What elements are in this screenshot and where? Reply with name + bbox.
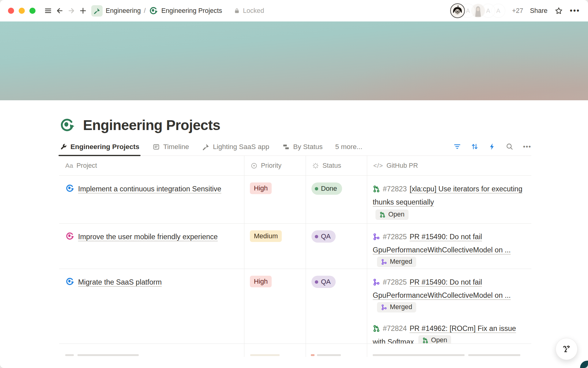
tab-label: Lighting SaaS app (213, 143, 269, 151)
tab-label: By Status (293, 143, 322, 151)
table-header-row: Aa Project Priority Status (59, 156, 531, 176)
status-pill[interactable]: Done (311, 182, 342, 195)
page-title[interactable]: Engineering Projects (83, 117, 220, 133)
status-dot (315, 187, 318, 190)
table-row: Improve the user mobile friendly experie… (59, 224, 531, 269)
priority-tag[interactable]: High (250, 276, 272, 287)
priority-cell[interactable]: High (244, 176, 306, 223)
timeline-icon (153, 143, 160, 151)
breadcrumb-root[interactable]: Engineering (106, 7, 141, 15)
automation-button[interactable] (488, 143, 496, 151)
new-page-button[interactable] (77, 5, 89, 17)
page-content: Engineering Projects Engineering Project… (0, 117, 588, 357)
hamburger-icon (44, 7, 52, 15)
tab-by-status[interactable]: By Status (282, 143, 323, 155)
status-pill[interactable]: QA (311, 230, 336, 243)
project-cell[interactable]: Implement a continuous integration Sensi… (59, 176, 244, 223)
git-merge-icon (373, 233, 380, 240)
topbar-right: A A A +27 Share (450, 3, 580, 18)
project-title-link[interactable]: Improve the user mobile friendly experie… (78, 233, 218, 241)
github-pr-cell[interactable]: #72825PR #15490: Do not fail GpuPerforma… (367, 269, 531, 343)
status-label: QA (321, 232, 331, 240)
ellipsis-icon: ••• (570, 7, 580, 15)
status-cell[interactable]: QA (306, 269, 367, 343)
page-icon[interactable] (59, 117, 75, 133)
pr-mention[interactable]: #72824PR #14962: [ROCm] Fix an issue wit… (373, 322, 529, 343)
sidebar-menu-button[interactable] (42, 5, 54, 17)
project-title-link[interactable]: Implement a continuous integration Sensi… (78, 185, 221, 193)
filter-button[interactable] (453, 143, 461, 151)
status-cell[interactable]: QA (306, 224, 367, 269)
pr-state-badge: Merged (377, 257, 416, 267)
status-cell[interactable]: Done (306, 176, 367, 223)
zoom-window-button[interactable] (29, 8, 36, 14)
arrow-left-icon (56, 7, 64, 15)
locked-toggle[interactable]: Locked (234, 7, 264, 15)
column-header-github-pr[interactable]: </> GitHub PR (367, 156, 531, 175)
collaborator-avatars[interactable]: A A A (450, 3, 505, 18)
notion-ai-face-icon (561, 343, 572, 355)
status-dot (315, 235, 318, 238)
column-header-status[interactable]: Status (306, 156, 367, 175)
back-button[interactable] (54, 5, 66, 17)
pr-state-label: Merged (390, 304, 412, 311)
github-pr-cell[interactable]: #72825PR #15490: Do not fail GpuPerforma… (367, 224, 531, 269)
avatar-illustrated[interactable] (450, 3, 465, 18)
avatar-overflow-count[interactable]: +27 (512, 7, 523, 15)
status-pill[interactable]: QA (311, 276, 336, 288)
github-pr-cell (367, 344, 531, 357)
git-pull-request-icon (379, 212, 386, 218)
search-button[interactable] (506, 143, 514, 151)
status-cell (306, 344, 367, 357)
pr-mention[interactable]: #72823[xla:cpu] Use iterators for execut… (373, 182, 529, 223)
wrench-icon (60, 143, 67, 151)
project-cell[interactable]: Migrate the SaaS platform (59, 269, 244, 343)
pr-state-badge: Merged (377, 302, 416, 312)
filter-icon (453, 143, 461, 151)
column-label: GitHub PR (386, 162, 418, 170)
sort-button[interactable] (471, 143, 479, 151)
cover-image (0, 21, 588, 100)
column-label: Priority (261, 162, 281, 170)
project-cell[interactable]: Improve the user mobile friendly experie… (59, 224, 244, 269)
column-header-priority[interactable]: Priority (244, 156, 306, 175)
select-icon (251, 162, 258, 169)
view-options-button[interactable]: ••• (523, 143, 531, 150)
pr-number: #72825 (383, 278, 407, 286)
clipped-content (250, 354, 280, 356)
tab-engineering-projects[interactable]: Engineering Projects (59, 143, 140, 155)
pr-mention[interactable]: #72825PR #15490: Do not fail GpuPerforma… (373, 230, 529, 269)
breadcrumb-root-chip[interactable] (91, 5, 103, 17)
tab-timeline[interactable]: Timeline (152, 143, 190, 155)
minimize-window-button[interactable] (19, 8, 25, 14)
priority-cell[interactable]: Medium (244, 224, 306, 269)
table-row-clipped (59, 344, 531, 357)
pr-number: #72825 (383, 233, 407, 241)
forward-button[interactable] (66, 5, 77, 17)
github-pr-cell[interactable]: #72823[xla:cpu] Use iterators for execut… (367, 176, 531, 223)
share-button[interactable]: Share (530, 7, 547, 15)
avatar-letter-label: A (466, 7, 470, 14)
priority-tag[interactable]: Medium (250, 230, 282, 242)
git-pull-request-icon (422, 337, 428, 343)
table-row: Implement a continuous integration Sensi… (59, 176, 531, 224)
more-options-button[interactable]: ••• (570, 7, 580, 15)
clipped-content (373, 354, 465, 356)
git-merge-icon (373, 278, 380, 286)
more-views-button[interactable]: 5 more... (335, 143, 362, 155)
hammer-icon (93, 7, 100, 14)
column-header-project[interactable]: Aa Project (59, 156, 244, 175)
pr-state-label: Open (431, 337, 447, 343)
column-label: Status (322, 162, 341, 170)
breadcrumb-current[interactable]: Engineering Projects (161, 7, 222, 15)
favorite-button[interactable] (554, 6, 563, 15)
tab-lighting-saas-app[interactable]: Lighting SaaS app (202, 143, 270, 155)
pr-mention[interactable]: #72825PR #15490: Do not fail GpuPerforma… (373, 276, 529, 316)
priority-tag[interactable]: High (250, 182, 272, 194)
notion-window: Engineering / Engineering Projects Locke… (0, 0, 588, 368)
notion-ai-button[interactable] (556, 338, 578, 360)
tab-label: Engineering Projects (70, 143, 139, 151)
close-window-button[interactable] (8, 8, 14, 14)
project-title-link[interactable]: Migrate the SaaS platform (78, 278, 162, 286)
priority-cell[interactable]: High (244, 269, 306, 343)
